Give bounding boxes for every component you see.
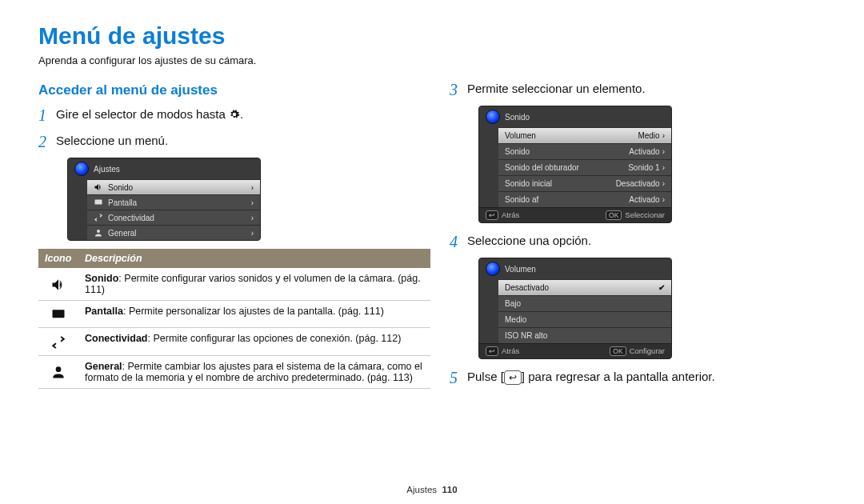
gear-icon bbox=[229, 108, 240, 124]
back-key-icon: ↩ bbox=[486, 346, 498, 356]
camera-screen-ajustes: Ajustes Sonido› Pantalla› Conectividad› … bbox=[67, 158, 261, 241]
step-4: 4 Seleccione una opción. bbox=[450, 231, 826, 253]
step-2-text: Seleccione un menú. bbox=[56, 131, 168, 149]
svg-rect-1 bbox=[53, 310, 65, 318]
person-icon bbox=[94, 228, 103, 238]
table-header-desc: Descripción bbox=[78, 249, 430, 268]
table-header-icon: Icono bbox=[38, 249, 78, 268]
person-icon bbox=[50, 364, 66, 380]
list-item: VolumenMedio› bbox=[498, 127, 671, 143]
page-footer: Ajustes 110 bbox=[0, 485, 864, 494]
option-item: Desactivado✔ bbox=[498, 279, 671, 295]
step-5: 5 Pulse [↩] para regresar a la pantalla … bbox=[450, 367, 826, 389]
ok-key-icon: OK bbox=[606, 210, 622, 220]
menu-item-sonido: Sonido› bbox=[87, 179, 260, 194]
page-intro: Aprenda a configurar los ajustes de su c… bbox=[38, 54, 826, 66]
step-3: 3 Permite seleccionar un elemento. bbox=[450, 79, 826, 101]
screen-icon bbox=[50, 306, 66, 322]
menu-item-general: General› bbox=[87, 225, 260, 240]
mock3-title: Volumen bbox=[505, 265, 536, 274]
step-3-text: Permite seleccionar un elemento. bbox=[467, 79, 646, 97]
list-item: Sonido del obturadorSonido 1› bbox=[498, 159, 671, 175]
sound-icon bbox=[94, 182, 103, 192]
option-item: Bajo bbox=[498, 295, 671, 311]
transfer-icon bbox=[94, 213, 103, 222]
table-row: Sonido: Permite configurar varios sonido… bbox=[38, 268, 430, 301]
table-row: General: Permite cambiar los ajustes par… bbox=[38, 355, 430, 388]
option-item: ISO NR alto bbox=[498, 327, 671, 343]
back-key-icon: ↩ bbox=[504, 370, 522, 385]
mode-dial-icon bbox=[74, 162, 89, 176]
icon-description-table: Icono Descripción Sonido: Permite config… bbox=[38, 249, 430, 389]
back-key-icon: ↩ bbox=[486, 210, 498, 220]
step-2: 2 Seleccione un menú. bbox=[38, 131, 414, 153]
menu-item-conectividad: Conectividad› bbox=[87, 210, 260, 225]
mock2-title: Sonido bbox=[505, 113, 530, 122]
list-item: Sonido afActivado› bbox=[498, 191, 671, 207]
table-row: Pantalla: Permite personalizar los ajust… bbox=[38, 301, 430, 328]
screen-icon bbox=[94, 198, 103, 207]
step-1: 1 Gire el selector de modos hasta . bbox=[38, 105, 414, 126]
mode-dial-icon bbox=[486, 110, 500, 124]
page-title: Menú de ajustes bbox=[38, 22, 826, 50]
svg-rect-0 bbox=[95, 200, 102, 205]
option-item: Medio bbox=[498, 311, 671, 327]
mock1-title: Ajustes bbox=[94, 165, 120, 174]
step-4-text: Seleccione una opción. bbox=[467, 231, 591, 249]
table-row: Conectividad: Permite configurar las opc… bbox=[38, 328, 430, 355]
step-1-text-a: Gire el selector de modos hasta bbox=[56, 107, 229, 121]
checkmark-icon: ✔ bbox=[658, 283, 665, 292]
mode-dial-icon bbox=[486, 262, 500, 276]
camera-screen-sonido: Sonido VolumenMedio› SonidoActivado› Son… bbox=[478, 106, 672, 223]
list-item: SonidoActivado› bbox=[498, 143, 671, 159]
section-heading: Acceder al menú de ajustes bbox=[38, 82, 414, 98]
list-item: Sonido inicialDesactivado› bbox=[498, 175, 671, 191]
camera-screen-volumen: Volumen Desactivado✔ Bajo Medio ISO NR a… bbox=[478, 258, 672, 359]
menu-item-pantalla: Pantalla› bbox=[87, 194, 260, 210]
sound-icon bbox=[50, 277, 66, 293]
ok-key-icon: OK bbox=[610, 346, 626, 356]
step-1-text-b: . bbox=[240, 107, 243, 121]
transfer-icon bbox=[50, 334, 66, 350]
